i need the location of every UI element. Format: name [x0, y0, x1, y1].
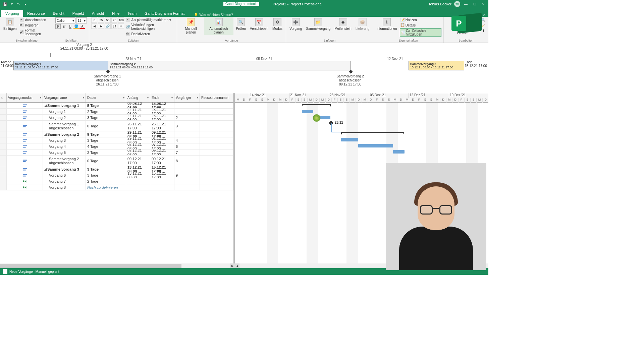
underline-button[interactable]: U — [67, 24, 73, 29]
row-start-cell[interactable]: 09.08.12 08:00 — [126, 103, 150, 108]
row-name-cell[interactable]: Vorgang 5 — [43, 149, 86, 155]
tab-hilfe[interactable]: Hilfe — [108, 10, 123, 17]
row-name-cell[interactable]: Vorgang 4 — [43, 143, 86, 149]
col-duration[interactable]: Dauer▾ — [86, 93, 126, 102]
table-horizontal-scrollbar[interactable]: ▶ — [0, 263, 235, 268]
row-end-cell[interactable]: 15.12.21 17:00 — [150, 172, 174, 178]
row-predecessor-cell[interactable]: 8 — [174, 156, 200, 166]
status-mode-icon[interactable] — [3, 269, 7, 274]
row-duration-cell[interactable]: 2 Tage — [86, 178, 126, 184]
row-mode-cell[interactable] — [7, 166, 43, 172]
row-end-cell[interactable]: 26.11.21 17:00 — [150, 121, 174, 131]
tell-me-search[interactable]: 💡 Was möchten Sie tun? — [194, 13, 233, 17]
italic-button[interactable]: K — [61, 24, 67, 29]
row-mode-cell[interactable] — [7, 137, 43, 143]
table-body[interactable]: ◢Sammelvorgang 15 Tage09.08.12 08:0015.0… — [0, 103, 233, 267]
qat-dropdown-icon[interactable]: ▾ — [23, 2, 28, 6]
bold-button[interactable]: F — [55, 24, 61, 29]
auto-schedule-button[interactable]: 📊Automatisch planen — [204, 17, 233, 35]
row-duration-cell[interactable]: 0 Tage — [86, 121, 126, 131]
row-predecessor-cell[interactable]: 7 — [174, 149, 200, 155]
row-duration-cell[interactable]: 9 Tage — [86, 131, 126, 137]
table-row[interactable]: Vorgang 12 Tage22.11.21 08:0023.11.21 17… — [0, 109, 233, 115]
timeline-bar-3[interactable]: Sammelvorgang 313.12.21 08:00 - 15.12.21… — [409, 61, 464, 70]
table-row[interactable]: ◢Sammelvorgang 15 Tage09.08.12 08:0015.0… — [0, 103, 233, 109]
row-resource-cell[interactable] — [200, 149, 233, 155]
row-end-cell[interactable]: 15.12.21 17:00 — [150, 166, 174, 172]
row-start-cell[interactable]: 13.12.21 08:00 — [126, 166, 150, 172]
row-name-cell[interactable]: Vorgang 8 — [43, 184, 86, 190]
table-row[interactable]: Sammelvorgang 2 abgeschlossen0 Tage09.12… — [0, 156, 233, 166]
row-resource-cell[interactable] — [200, 184, 233, 190]
row-start-cell[interactable]: 29.11.21 08:00 — [126, 137, 150, 143]
row-predecessor-cell[interactable] — [174, 166, 200, 172]
timeline-milestone-1[interactable] — [106, 70, 110, 73]
row-end-cell[interactable]: 07.12.21 17:00 — [150, 143, 174, 149]
row-mode-cell[interactable] — [7, 103, 43, 108]
row-info-cell[interactable] — [0, 166, 7, 172]
paste-button[interactable]: 📋Einfügen — [2, 17, 18, 31]
task-table[interactable]: ℹ Vorgangsmodus▾ Vorgangsname▾ Dauer▾ An… — [0, 93, 235, 267]
row-predecessor-cell[interactable]: 6 — [174, 143, 200, 149]
row-resource-cell[interactable] — [200, 131, 233, 137]
split-button[interactable]: ✂ — [118, 23, 124, 29]
row-name-cell[interactable]: Vorgang 3 — [43, 137, 86, 143]
table-row[interactable]: Vorgang 33 Tage29.11.21 08:0001.12.21 17… — [0, 137, 233, 143]
insert-task-button[interactable]: ➕Vorgang — [288, 17, 303, 31]
row-name-cell[interactable]: Vorgang 1 — [43, 109, 86, 114]
row-info-cell[interactable] — [0, 156, 7, 166]
minimize-button[interactable]: — — [463, 2, 469, 6]
row-mode-cell[interactable] — [7, 131, 43, 137]
tab-vorgang[interactable]: Vorgang — [1, 10, 23, 17]
tab-bericht[interactable]: Bericht — [49, 10, 68, 17]
row-predecessor-cell[interactable]: 4 — [174, 137, 200, 143]
table-row[interactable]: Vorgang 8Noch zu definieren — [0, 184, 233, 190]
table-row[interactable]: Vorgang 63 Tage13.12.21 08:0015.12.21 17… — [0, 172, 233, 178]
respect-links-button[interactable]: 🔗Verknüpfungen berücksichtigen — [125, 23, 175, 31]
row-duration-cell[interactable]: Noch zu definieren — [86, 184, 126, 190]
gantt-milestone[interactable] — [329, 121, 333, 125]
col-name[interactable]: Vorgangsname▾ — [43, 93, 86, 102]
row-duration-cell[interactable]: 4 Tage — [86, 143, 126, 149]
save-icon[interactable]: 💾 — [3, 2, 7, 6]
row-duration-cell[interactable]: 2 Tage — [86, 149, 126, 155]
gantt-task-bar[interactable] — [341, 138, 358, 141]
row-resource-cell[interactable] — [200, 166, 233, 172]
tab-projekt[interactable]: Projekt — [68, 10, 88, 17]
pct-50-button[interactable]: 50 — [105, 17, 111, 23]
gantt-task-bar[interactable] — [302, 110, 313, 113]
tab-ressource[interactable]: Ressource — [23, 10, 49, 17]
tab-team[interactable]: Team — [123, 10, 141, 17]
maximize-button[interactable]: ☐ — [472, 2, 478, 6]
row-info-cell[interactable] — [0, 137, 7, 143]
row-name-cell[interactable]: Vorgang 2 — [43, 115, 86, 120]
row-mode-cell[interactable] — [7, 184, 43, 190]
insert-summary-button[interactable]: 📁Sammelvorgang — [305, 17, 332, 31]
row-resource-cell[interactable] — [200, 115, 233, 120]
row-predecessor-cell[interactable]: 2 — [174, 115, 200, 120]
add-to-timeline-button[interactable]: 📊Zur Zeitachse hinzufügen — [400, 28, 442, 37]
row-resource-cell[interactable] — [200, 121, 233, 131]
row-predecessor-cell[interactable] — [174, 184, 200, 190]
outdent-button[interactable]: ◀ — [91, 23, 97, 29]
tab-ansicht[interactable]: Ansicht — [88, 10, 108, 17]
insert-deliverable-button[interactable]: 📦Lieferung — [354, 17, 371, 31]
indent-button[interactable]: ▶ — [98, 23, 104, 29]
row-mode-cell[interactable] — [7, 172, 43, 178]
row-info-cell[interactable] — [0, 143, 7, 149]
row-mode-cell[interactable] — [7, 149, 43, 155]
col-info-icon[interactable]: ℹ — [0, 93, 7, 102]
timeline-view[interactable]: Vorgang 2 24.11.21 08:00 - 26.11.21 17:0… — [0, 43, 488, 93]
deactivate-button[interactable]: ⊘Deaktivieren — [125, 32, 175, 36]
undo-icon[interactable]: ↶ — [9, 2, 14, 6]
cut-button[interactable]: ✂Ausschneiden — [19, 17, 51, 22]
table-row[interactable]: ◢Sammelvorgang 33 Tage13.12.21 08:0015.1… — [0, 166, 233, 172]
row-mode-cell[interactable] — [7, 178, 43, 184]
row-name-cell[interactable]: ◢Sammelvorgang 2 — [43, 131, 86, 137]
row-resource-cell[interactable] — [200, 103, 233, 108]
row-start-cell[interactable]: 02.12.21 08:00 — [126, 143, 150, 149]
row-start-cell[interactable]: 29.11.21 08:00 — [126, 131, 150, 137]
row-info-cell[interactable] — [0, 109, 7, 114]
row-mode-cell[interactable] — [7, 115, 43, 120]
row-start-cell[interactable] — [126, 184, 150, 190]
